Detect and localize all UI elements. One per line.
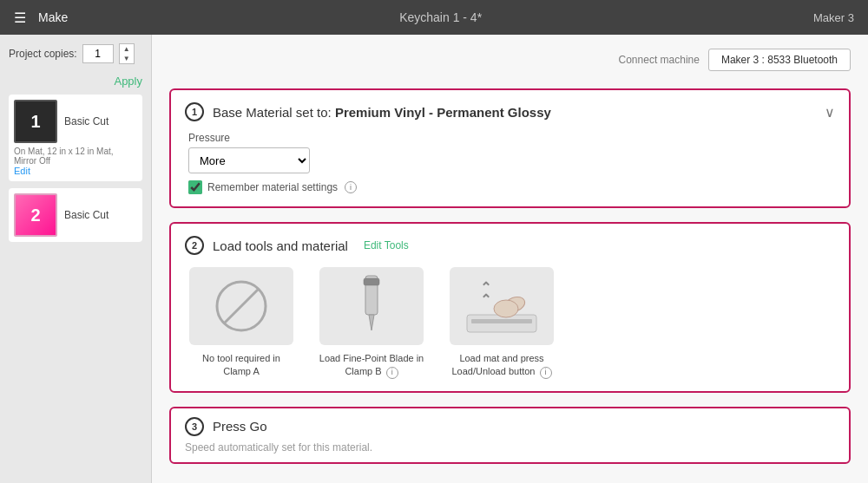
fine-blade-icon (350, 271, 393, 341)
app-title: Keychain 1 - 4* (399, 10, 482, 24)
step1-circle: 1 (185, 102, 204, 121)
project-copies-label: Project copies: (9, 48, 77, 60)
step2-section: 2 Load tools and material Edit Tools No … (169, 222, 851, 393)
mat2-card: 2 Basic Cut (9, 188, 142, 242)
step2-circle: 2 (185, 236, 204, 255)
step1-title: Base Material set to: Premium Vinyl - Pe… (213, 105, 551, 120)
no-tool-label: No tool required inClamp A (202, 352, 280, 379)
apply-button[interactable]: Apply (9, 75, 142, 88)
mat1-number: 1 (30, 112, 40, 132)
edit-tools-link[interactable]: Edit Tools (364, 239, 409, 251)
svg-rect-6 (471, 319, 532, 323)
mat1-edit-link[interactable]: Edit (14, 166, 30, 176)
step1-collapse-button[interactable]: ∨ (825, 104, 835, 121)
remember-label: Remember material settings (207, 181, 338, 193)
project-copies-row: Project copies: ▲ ▼ (9, 43, 142, 64)
copies-up-button[interactable]: ▲ (120, 44, 134, 54)
pressure-section: Pressure More Default Less Remember mate… (188, 132, 835, 194)
no-tool-icon (211, 276, 272, 336)
load-mat-label: Load mat and pressLoad/Unload button i (451, 352, 551, 379)
tool-card-load-mat: ⌃ ⌃ Load mat and pressLoad/Unload button… (445, 267, 558, 379)
mat2-thumbnail: 2 (14, 193, 57, 237)
fine-blade-label: Load Fine-Point Blade inClamp B i (319, 352, 424, 379)
step3-circle: 3 (185, 417, 204, 436)
pressure-select[interactable]: More Default Less (188, 147, 310, 173)
step1-section: 1 Base Material set to: Premium Vinyl - … (169, 88, 851, 208)
speed-note: Speed automatically set for this materia… (185, 441, 835, 454)
info-icon-blade: i (386, 367, 398, 379)
step3-header: 3 Press Go (185, 417, 835, 436)
mat2-label: Basic Cut (64, 209, 108, 221)
svg-marker-3 (369, 315, 374, 330)
copies-spinner: ▲ ▼ (119, 43, 135, 64)
load-mat-icon-box: ⌃ ⌃ (450, 267, 554, 345)
mat1-thumbnail: 1 (14, 100, 57, 143)
press-go-title: Press Go (213, 419, 267, 434)
machine-indicator: Maker 3 (813, 11, 854, 24)
tools-grid: No tool required inClamp A (185, 267, 835, 379)
mat2-row: 2 Basic Cut (14, 193, 108, 237)
copies-input[interactable] (82, 44, 114, 63)
tool-card-no-tool: No tool required inClamp A (185, 267, 298, 379)
menu-icon[interactable]: ☰ (14, 10, 26, 26)
step3-section: 3 Press Go Speed automatically set for t… (169, 407, 851, 464)
svg-point-8 (494, 300, 518, 317)
sidebar: Project copies: ▲ ▼ Apply 1 Basic Cut On… (0, 35, 152, 483)
app-header: ☰ Make Keychain 1 - 4* Maker 3 (0, 0, 868, 35)
main-layout: Project copies: ▲ ▼ Apply 1 Basic Cut On… (0, 35, 868, 483)
remember-row: Remember material settings i (188, 180, 835, 194)
info-icon-mat: i (540, 367, 552, 379)
machine-bar: Connect machine Maker 3 : 8533 Bluetooth (169, 49, 851, 71)
mat1-row: 1 Basic Cut (14, 100, 108, 143)
mat1-info: On Mat, 12 in x 12 in Mat, Mirror Off (14, 147, 137, 166)
mat2-number: 2 (30, 206, 40, 225)
content-area: Connect machine Maker 3 : 8533 Bluetooth… (152, 35, 868, 483)
step1-title-prefix: Base Material set to: (213, 105, 335, 120)
step1-material-name: Premium Vinyl - Permanent Glossy (335, 105, 551, 120)
tool-card-fine-blade: Load Fine-Point Blade inClamp B i (315, 267, 428, 379)
load-mat-icon: ⌃ ⌃ (458, 271, 545, 341)
info-icon-remember: i (345, 181, 357, 193)
step2-header: 2 Load tools and material Edit Tools (185, 236, 835, 255)
make-label: Make (38, 10, 68, 24)
step1-header: 1 Base Material set to: Premium Vinyl - … (185, 102, 835, 121)
header-center: Keychain 1 - 4* (68, 10, 813, 24)
machine-button[interactable]: Maker 3 : 8533 Bluetooth (708, 49, 851, 71)
svg-text:⌃: ⌃ (480, 280, 491, 295)
connect-machine-label: Connect machine (619, 54, 700, 66)
mat1-label: Basic Cut (64, 115, 108, 127)
copies-down-button[interactable]: ▼ (120, 54, 134, 63)
svg-rect-4 (364, 278, 379, 285)
fine-blade-icon-box (319, 267, 424, 345)
svg-line-1 (224, 289, 259, 323)
mat1-card: 1 Basic Cut On Mat, 12 in x 12 in Mat, M… (9, 95, 142, 181)
pressure-label: Pressure (188, 132, 835, 144)
no-tool-icon-box (189, 267, 293, 345)
remember-checkbox[interactable] (188, 180, 202, 194)
step2-title: Load tools and material (213, 238, 348, 253)
